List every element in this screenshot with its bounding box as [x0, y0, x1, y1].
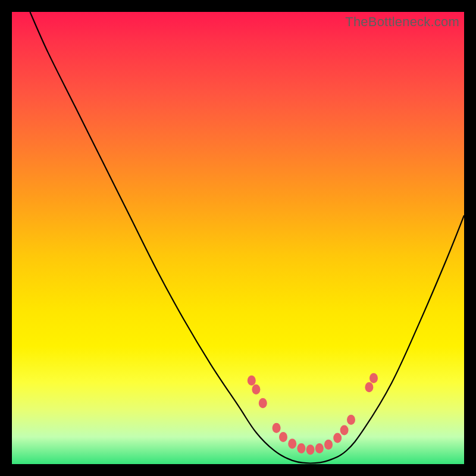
chart-frame: TheBottleneck.com	[12, 12, 464, 464]
bottleneck-curve-svg	[12, 12, 464, 464]
curve-marker-dot	[306, 444, 315, 455]
curve-marker-group	[248, 373, 378, 455]
curve-marker-dot	[288, 439, 296, 449]
curve-marker-dot	[340, 425, 349, 436]
curve-marker-dot	[369, 373, 378, 383]
curve-marker-dot	[273, 423, 281, 433]
curve-marker-dot	[315, 443, 324, 453]
curve-marker-dot	[333, 433, 342, 443]
curve-marker-dot	[279, 432, 287, 442]
curve-marker-dot	[259, 398, 267, 408]
curve-marker-dot	[252, 384, 260, 394]
curve-marker-dot	[248, 375, 256, 386]
curve-marker-dot	[347, 415, 355, 425]
bottleneck-curve	[30, 12, 464, 464]
curve-marker-dot	[324, 440, 333, 450]
curve-marker-dot	[297, 443, 305, 453]
curve-marker-dot	[365, 382, 373, 392]
